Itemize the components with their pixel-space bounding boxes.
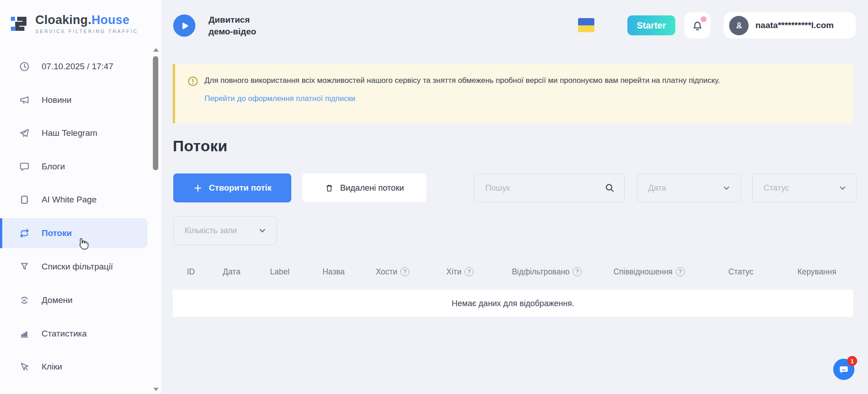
clock-icon [19, 61, 30, 72]
column-header-label: Label [254, 267, 305, 277]
person-icon [734, 20, 745, 31]
sidebar-item-news[interactable]: Новини [0, 89, 147, 111]
sidebar-item-datetime: 07.10.2025 / 17:47 [0, 56, 147, 77]
chat-widget-icon [838, 363, 850, 375]
sidebar-item-ai-white-page[interactable]: AI White Page [0, 189, 147, 211]
notifications-button[interactable] [684, 12, 711, 38]
column-label: ID [187, 267, 195, 277]
play-icon [180, 21, 190, 31]
page-icon [19, 194, 30, 205]
cursor-icon [19, 361, 30, 372]
demo-video-play-button[interactable] [173, 14, 195, 37]
sidebar-item-telegram[interactable]: Наш Telegram [0, 122, 147, 144]
date-filter-label: Дата [648, 183, 666, 193]
user-account-button[interactable]: naata**********l.com [724, 12, 856, 38]
table-empty-state: Немає даних для відображення. [173, 290, 853, 317]
scrollbar-down-arrow-icon[interactable] [153, 388, 159, 391]
chat-unread-badge: 1 [847, 356, 857, 366]
loop-icon [19, 228, 30, 239]
banner-text: Для повного використання всіх можливосте… [204, 75, 812, 86]
avatar [729, 16, 749, 35]
column-header-filtered: Відфільтровано? [497, 267, 597, 277]
sidebar-item-label: Новини [42, 95, 71, 105]
sidebar-item-label: 07.10.2025 / 17:47 [42, 62, 113, 72]
sidebar-item-label: Потоки [42, 228, 72, 238]
help-icon[interactable]: ? [400, 267, 409, 276]
search-field[interactable] [474, 173, 625, 202]
sidebar-item-filter-lists[interactable]: Списки фільтрації [0, 256, 147, 278]
trial-warning-banner: Для повного використання всіх можливосте… [173, 64, 853, 123]
help-icon[interactable]: ? [676, 267, 685, 276]
date-filter-dropdown[interactable]: Дата [637, 173, 741, 202]
sidebar-item-clicks[interactable]: Кліки [0, 356, 147, 378]
sidebar-item-label: AI White Page [42, 195, 96, 205]
telegram-icon [19, 128, 30, 139]
language-flag-ukraine[interactable] [578, 18, 594, 32]
megaphone-icon [19, 95, 30, 106]
help-icon[interactable]: ? [573, 267, 582, 276]
per-page-dropdown[interactable]: Кількість запи [173, 216, 277, 245]
sidebar-item-domains[interactable]: w Домени [0, 289, 147, 311]
sidebar-item-label: Блоги [42, 162, 65, 172]
column-header-ratio: Співвідношення? [597, 267, 701, 277]
chevron-down-icon [257, 226, 267, 235]
logo-title-dark: Cloaking. [35, 13, 91, 27]
stats-icon [19, 328, 30, 339]
support-chat-button[interactable]: 1 [833, 359, 854, 380]
plus-icon [193, 183, 203, 193]
column-header-name: Назва [305, 267, 362, 277]
column-header-date: Дата [209, 267, 254, 277]
plan-badge[interactable]: Starter [627, 15, 675, 35]
sidebar-scrollbar[interactable] [152, 45, 160, 391]
help-icon[interactable]: ? [465, 267, 474, 276]
warning-icon [187, 76, 199, 87]
status-filter-dropdown[interactable]: Статус [752, 173, 857, 202]
subscription-link[interactable]: Перейти до оформлення платної підписки [204, 94, 356, 103]
sidebar-item-statistics[interactable]: Статистика [0, 323, 147, 345]
page-title: Потоки [173, 137, 228, 155]
scrollbar-up-arrow-icon[interactable] [153, 48, 159, 52]
column-label: Label [270, 267, 289, 277]
scrollbar-thumb[interactable] [153, 56, 158, 170]
deleted-flows-button[interactable]: Видалені потоки [302, 173, 427, 202]
sidebar-item-blogs[interactable]: Блоги [0, 156, 147, 178]
chevron-down-icon [838, 183, 848, 193]
column-header-hosts: Хости? [362, 267, 423, 277]
user-email: naata**********l.com [755, 20, 834, 30]
notification-dot [701, 16, 707, 22]
sidebar-item-label: Списки фільтрації [42, 262, 113, 272]
sidebar-item-label: Статистика [42, 329, 87, 339]
logo[interactable]: Cloaking.House SERVICE FILTERING TRAFFIC [11, 13, 138, 35]
logo-subtitle: SERVICE FILTERING TRAFFIC [35, 29, 138, 34]
logo-title: Cloaking.House [35, 14, 138, 26]
search-input[interactable] [485, 183, 604, 193]
per-page-label: Кількість запи [185, 226, 237, 235]
column-label: Хіти [446, 267, 461, 277]
column-label: Керування [797, 267, 836, 277]
create-flow-label: Створити потік [209, 183, 272, 193]
sidebar-item-label: Домени [42, 295, 72, 305]
trash-icon [325, 183, 334, 193]
column-label: Відфільтровано [512, 267, 570, 277]
sidebar-item-flows[interactable]: Потоки [0, 218, 147, 248]
column-label: Дата [223, 267, 241, 277]
hand-cursor-icon [76, 237, 90, 253]
svg-text:w: w [23, 298, 26, 303]
column-header-status: Статус [701, 267, 781, 277]
chat-bubble-icon [19, 161, 30, 172]
demo-video-label[interactable]: Дивитися демо-відео [209, 14, 256, 37]
logo-title-blue: House [91, 13, 129, 27]
flows-table-header: ID Дата Label Назва Хости? Хіти? Відфіль… [173, 260, 853, 283]
column-header-actions: Керування [781, 267, 853, 277]
deleted-flows-label: Видалені потоки [340, 183, 404, 193]
create-flow-button[interactable]: Створити потік [173, 173, 291, 202]
sidebar: Cloaking.House SERVICE FILTERING TRAFFIC… [0, 0, 161, 394]
column-label: Співвідношення [613, 267, 673, 277]
column-label: Назва [323, 267, 345, 277]
cloaking-house-logo-icon [11, 13, 30, 35]
sidebar-item-label: Наш Telegram [42, 128, 97, 138]
search-icon[interactable] [604, 183, 615, 193]
column-label: Статус [728, 267, 753, 277]
column-header-hits: Хіти? [423, 267, 497, 277]
domain-icon: w [19, 295, 30, 306]
